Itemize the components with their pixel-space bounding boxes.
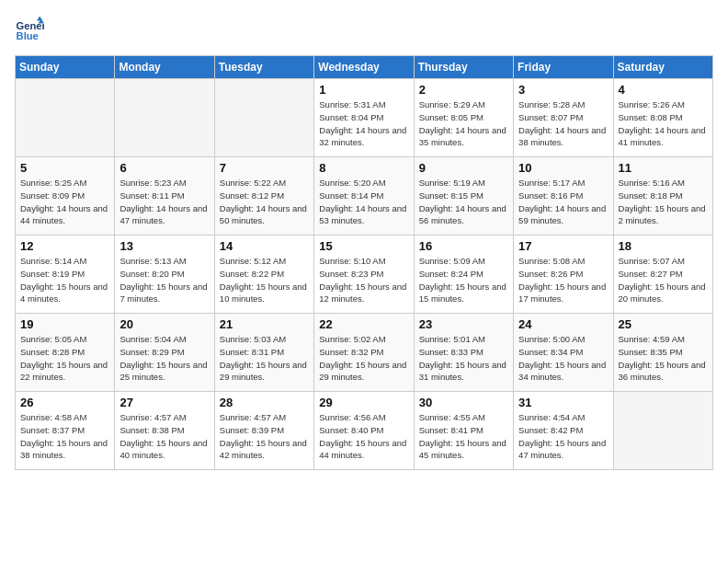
day-info: Sunrise: 5:01 AMSunset: 8:33 PMDaylight:… xyxy=(419,333,508,384)
day-info: Sunrise: 4:56 AMSunset: 8:40 PMDaylight:… xyxy=(319,411,408,462)
day-info: Sunrise: 5:23 AMSunset: 8:11 PMDaylight:… xyxy=(119,177,209,227)
day-number: 12 xyxy=(20,239,109,253)
day-info: Sunrise: 4:57 AMSunset: 8:39 PMDaylight:… xyxy=(220,411,309,462)
day-number: 31 xyxy=(518,396,608,409)
calendar-cell: 23Sunrise: 5:01 AMSunset: 8:33 PMDayligh… xyxy=(414,314,513,392)
calendar-cell: 30Sunrise: 4:55 AMSunset: 8:41 PMDayligh… xyxy=(414,392,513,470)
day-info: Sunrise: 4:57 AMSunset: 8:38 PMDaylight:… xyxy=(119,411,209,462)
day-info: Sunrise: 5:31 AMSunset: 8:04 PMDaylight:… xyxy=(319,98,408,149)
day-number: 1 xyxy=(319,83,408,97)
logo-icon: General Blue xyxy=(15,15,44,44)
day-info: Sunrise: 5:25 AMSunset: 8:09 PMDaylight:… xyxy=(20,177,109,227)
calendar-cell: 20Sunrise: 5:04 AMSunset: 8:29 PMDayligh… xyxy=(115,314,214,392)
calendar-cell xyxy=(16,79,115,157)
day-info: Sunrise: 4:55 AMSunset: 8:41 PMDaylight:… xyxy=(419,411,508,462)
calendar-cell xyxy=(115,79,214,157)
calendar-cell: 1Sunrise: 5:31 AMSunset: 8:04 PMDaylight… xyxy=(314,79,414,157)
calendar-table: SundayMondayTuesdayWednesdayThursdayFrid… xyxy=(15,55,713,470)
day-number: 11 xyxy=(619,161,708,175)
day-number: 6 xyxy=(119,161,209,175)
col-header-wednesday: Wednesday xyxy=(314,56,414,79)
calendar-cell: 17Sunrise: 5:08 AMSunset: 8:26 PMDayligh… xyxy=(514,236,613,314)
calendar-cell: 15Sunrise: 5:10 AMSunset: 8:23 PMDayligh… xyxy=(314,236,414,314)
day-number: 10 xyxy=(518,161,608,175)
day-info: Sunrise: 5:10 AMSunset: 8:23 PMDaylight:… xyxy=(319,255,408,305)
day-info: Sunrise: 5:17 AMSunset: 8:16 PMDaylight:… xyxy=(518,177,608,227)
col-header-sunday: Sunday xyxy=(16,56,115,79)
calendar-cell: 11Sunrise: 5:16 AMSunset: 8:18 PMDayligh… xyxy=(613,157,712,236)
day-number: 14 xyxy=(220,239,309,253)
day-number: 20 xyxy=(119,317,209,331)
calendar-cell: 4Sunrise: 5:26 AMSunset: 8:08 PMDaylight… xyxy=(613,79,712,157)
day-info: Sunrise: 5:02 AMSunset: 8:32 PMDaylight:… xyxy=(319,333,408,384)
col-header-monday: Monday xyxy=(115,56,214,79)
day-info: Sunrise: 5:05 AMSunset: 8:28 PMDaylight:… xyxy=(20,333,109,384)
day-info: Sunrise: 5:09 AMSunset: 8:24 PMDaylight:… xyxy=(419,255,508,305)
day-number: 27 xyxy=(119,396,209,409)
calendar-cell: 3Sunrise: 5:28 AMSunset: 8:07 PMDaylight… xyxy=(514,79,613,157)
day-info: Sunrise: 5:16 AMSunset: 8:18 PMDaylight:… xyxy=(619,177,708,227)
col-header-thursday: Thursday xyxy=(414,56,513,79)
day-number: 2 xyxy=(419,83,508,97)
calendar-header-row: SundayMondayTuesdayWednesdayThursdayFrid… xyxy=(16,56,713,79)
day-info: Sunrise: 4:59 AMSunset: 8:35 PMDaylight:… xyxy=(619,333,708,384)
day-info: Sunrise: 4:58 AMSunset: 8:37 PMDaylight:… xyxy=(20,411,109,462)
calendar-cell: 12Sunrise: 5:14 AMSunset: 8:19 PMDayligh… xyxy=(16,236,115,314)
calendar-cell: 19Sunrise: 5:05 AMSunset: 8:28 PMDayligh… xyxy=(16,314,115,392)
calendar-week-2: 5Sunrise: 5:25 AMSunset: 8:09 PMDaylight… xyxy=(16,157,713,236)
page-header: General Blue xyxy=(15,15,713,44)
day-number: 22 xyxy=(319,317,408,331)
calendar-week-5: 26Sunrise: 4:58 AMSunset: 8:37 PMDayligh… xyxy=(16,392,713,470)
calendar-week-4: 19Sunrise: 5:05 AMSunset: 8:28 PMDayligh… xyxy=(16,314,713,392)
day-info: Sunrise: 5:04 AMSunset: 8:29 PMDaylight:… xyxy=(119,333,209,384)
calendar-cell: 7Sunrise: 5:22 AMSunset: 8:12 PMDaylight… xyxy=(214,157,313,236)
calendar-cell: 24Sunrise: 5:00 AMSunset: 8:34 PMDayligh… xyxy=(514,314,613,392)
col-header-friday: Friday xyxy=(514,56,613,79)
day-info: Sunrise: 5:13 AMSunset: 8:20 PMDaylight:… xyxy=(119,255,209,305)
day-info: Sunrise: 5:20 AMSunset: 8:14 PMDaylight:… xyxy=(319,177,408,227)
day-number: 5 xyxy=(20,161,109,175)
calendar-cell: 29Sunrise: 4:56 AMSunset: 8:40 PMDayligh… xyxy=(314,392,414,470)
day-number: 18 xyxy=(619,239,708,253)
calendar-cell: 5Sunrise: 5:25 AMSunset: 8:09 PMDaylight… xyxy=(16,157,115,236)
day-number: 3 xyxy=(518,83,608,97)
day-number: 24 xyxy=(518,317,608,331)
calendar-cell: 8Sunrise: 5:20 AMSunset: 8:14 PMDaylight… xyxy=(314,157,414,236)
col-header-tuesday: Tuesday xyxy=(214,56,313,79)
day-number: 30 xyxy=(419,396,508,409)
calendar-cell: 27Sunrise: 4:57 AMSunset: 8:38 PMDayligh… xyxy=(115,392,214,470)
day-info: Sunrise: 5:28 AMSunset: 8:07 PMDaylight:… xyxy=(518,98,608,149)
calendar-week-1: 1Sunrise: 5:31 AMSunset: 8:04 PMDaylight… xyxy=(16,79,713,157)
day-number: 28 xyxy=(220,396,309,409)
day-info: Sunrise: 5:07 AMSunset: 8:27 PMDaylight:… xyxy=(619,255,708,305)
day-info: Sunrise: 5:26 AMSunset: 8:08 PMDaylight:… xyxy=(619,98,708,149)
day-info: Sunrise: 5:00 AMSunset: 8:34 PMDaylight:… xyxy=(518,333,608,384)
calendar-cell: 9Sunrise: 5:19 AMSunset: 8:15 PMDaylight… xyxy=(414,157,513,236)
svg-marker-2 xyxy=(37,17,42,21)
day-number: 29 xyxy=(319,396,408,409)
calendar-cell: 6Sunrise: 5:23 AMSunset: 8:11 PMDaylight… xyxy=(115,157,214,236)
calendar-cell: 21Sunrise: 5:03 AMSunset: 8:31 PMDayligh… xyxy=(214,314,313,392)
day-info: Sunrise: 5:03 AMSunset: 8:31 PMDaylight:… xyxy=(220,333,309,384)
day-info: Sunrise: 4:54 AMSunset: 8:42 PMDaylight:… xyxy=(518,411,608,462)
calendar-cell: 13Sunrise: 5:13 AMSunset: 8:20 PMDayligh… xyxy=(115,236,214,314)
calendar-cell: 10Sunrise: 5:17 AMSunset: 8:16 PMDayligh… xyxy=(514,157,613,236)
calendar-cell: 16Sunrise: 5:09 AMSunset: 8:24 PMDayligh… xyxy=(414,236,513,314)
day-number: 15 xyxy=(319,239,408,253)
calendar-cell: 28Sunrise: 4:57 AMSunset: 8:39 PMDayligh… xyxy=(214,392,313,470)
day-info: Sunrise: 5:14 AMSunset: 8:19 PMDaylight:… xyxy=(20,255,109,305)
day-number: 9 xyxy=(419,161,508,175)
calendar-cell xyxy=(214,79,313,157)
day-number: 17 xyxy=(518,239,608,253)
day-number: 7 xyxy=(220,161,309,175)
calendar-cell: 18Sunrise: 5:07 AMSunset: 8:27 PMDayligh… xyxy=(613,236,712,314)
calendar-cell: 26Sunrise: 4:58 AMSunset: 8:37 PMDayligh… xyxy=(16,392,115,470)
day-info: Sunrise: 5:08 AMSunset: 8:26 PMDaylight:… xyxy=(518,255,608,305)
calendar-cell: 25Sunrise: 4:59 AMSunset: 8:35 PMDayligh… xyxy=(613,314,712,392)
day-info: Sunrise: 5:19 AMSunset: 8:15 PMDaylight:… xyxy=(419,177,508,227)
col-header-saturday: Saturday xyxy=(613,56,712,79)
calendar-cell xyxy=(613,392,712,470)
calendar-cell: 14Sunrise: 5:12 AMSunset: 8:22 PMDayligh… xyxy=(214,236,313,314)
day-number: 26 xyxy=(20,396,109,409)
day-info: Sunrise: 5:29 AMSunset: 8:05 PMDaylight:… xyxy=(419,98,508,149)
